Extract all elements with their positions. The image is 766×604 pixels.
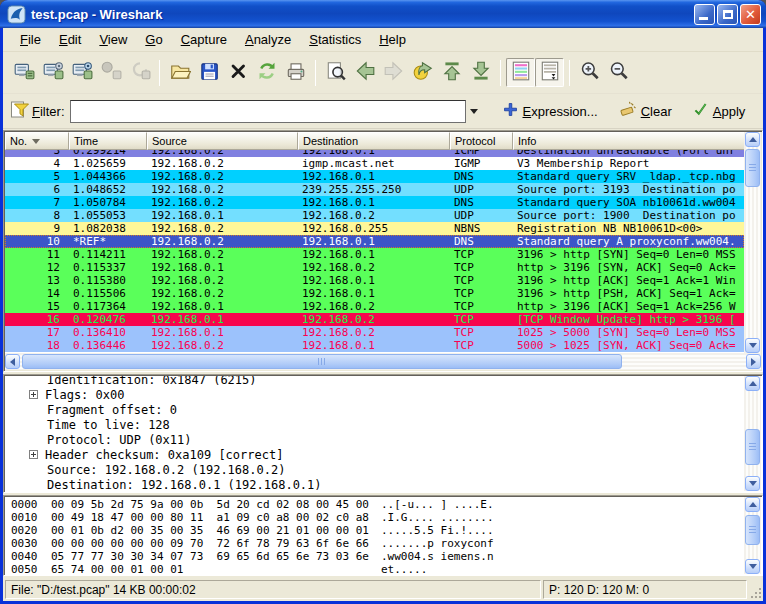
- column-header-info[interactable]: Info: [513, 132, 744, 150]
- packet-row-9[interactable]: 91.082038192.168.0.2192.168.0.255NBNSReg…: [5, 222, 744, 235]
- detail-row[interactable]: Header checksum: 0xa109 [correct]: [5, 447, 744, 462]
- scroll-up-button[interactable]: [745, 376, 760, 391]
- menu-edit[interactable]: Edit: [50, 29, 90, 50]
- menu-statistics[interactable]: Statistics: [300, 29, 370, 50]
- column-header-destination[interactable]: Destination: [298, 132, 450, 150]
- zoom-in-button[interactable]: [575, 58, 604, 87]
- packet-row-12[interactable]: 120.115337192.168.0.1192.168.0.2TCPhttp …: [5, 261, 744, 274]
- packet-row-14[interactable]: 140.115506192.168.0.2192.168.0.1TCP3196 …: [5, 287, 744, 300]
- packet-row-10[interactable]: 10*REF*192.168.0.2192.168.0.1DNSStandard…: [5, 235, 744, 248]
- go-to-top-button[interactable]: [437, 58, 466, 87]
- column-header-source[interactable]: Source: [147, 132, 298, 150]
- column-header-time[interactable]: Time: [69, 132, 147, 150]
- packet-row-7[interactable]: 71.050784192.168.0.2192.168.0.1DNSStanda…: [5, 196, 744, 209]
- menu-view[interactable]: View: [90, 29, 136, 50]
- menu-analyze[interactable]: Analyze: [236, 29, 300, 50]
- interface-list-button[interactable]: [9, 58, 38, 87]
- details-vscrollbar[interactable]: [744, 376, 761, 491]
- hex-row-0010[interactable]: 001000 49 18 47 00 00 80 11 a1 09 c0 a8 …: [11, 511, 744, 524]
- cell-source: 192.168.0.2: [147, 183, 298, 196]
- hex-row-0000[interactable]: 000000 09 5b 2d 75 9a 00 0b 5d 20 cd 02 …: [11, 498, 744, 511]
- resize-grip[interactable]: [749, 586, 762, 599]
- detail-row[interactable]: Flags: 0x00: [5, 387, 744, 402]
- detail-row[interactable]: Time to live: 128: [5, 417, 744, 432]
- detail-row[interactable]: Destination: 192.168.0.1 (192.168.0.1): [5, 477, 744, 491]
- detail-text: Protocol: UDP (0x11): [47, 433, 192, 447]
- scroll-down-button[interactable]: [745, 476, 760, 491]
- minimize-button[interactable]: [694, 4, 715, 25]
- auto-scroll-button[interactable]: [535, 58, 564, 87]
- filter-button[interactable]: Filter:: [7, 98, 68, 125]
- apply-button[interactable]: Apply: [692, 101, 746, 121]
- packet-row-3[interactable]: 30.299214192.168.0.2192.168.0.1ICMPDesti…: [5, 150, 744, 157]
- detail-row[interactable]: Protocol: UDP (0x11): [5, 432, 744, 447]
- detail-row[interactable]: Identification: 0x1847 (6215): [5, 376, 744, 387]
- go-to-bottom-button[interactable]: [466, 58, 495, 87]
- scroll-down-button[interactable]: [745, 559, 760, 574]
- cell-source: 192.168.0.1: [147, 261, 298, 274]
- print-button[interactable]: [281, 58, 310, 87]
- capture-options-button[interactable]: [38, 58, 67, 87]
- vscroll-thumb[interactable]: [745, 429, 760, 465]
- packet-row-18[interactable]: 180.136446192.168.0.2192.168.0.1TCP5000 …: [5, 339, 744, 352]
- scroll-down-button[interactable]: [745, 338, 760, 353]
- expander-plus-icon[interactable]: [29, 390, 38, 399]
- packet-row-5[interactable]: 51.044366192.168.0.2192.168.0.1DNSStanda…: [5, 170, 744, 183]
- go-forward-button: [379, 58, 408, 87]
- reload-button[interactable]: [252, 58, 281, 87]
- print-icon: [285, 60, 307, 86]
- packet-list-hscrollbar[interactable]: [5, 353, 761, 370]
- cell-destination: 192.168.0.1: [298, 248, 450, 261]
- close-button[interactable]: ✕: [740, 4, 761, 25]
- go-back-button[interactable]: [350, 58, 379, 87]
- packet-list-vscrollbar[interactable]: [744, 132, 761, 353]
- colorize-button[interactable]: [506, 58, 535, 87]
- filter-input[interactable]: [70, 100, 466, 123]
- column-header-protocol[interactable]: Protocol: [450, 132, 513, 150]
- menu-file[interactable]: File: [11, 29, 50, 50]
- close-file-button[interactable]: [223, 58, 252, 87]
- detail-row[interactable]: Source: 192.168.0.2 (192.168.0.2): [5, 462, 744, 477]
- packet-row-8[interactable]: 81.055053192.168.0.1192.168.0.2UDPSource…: [5, 209, 744, 222]
- vscroll-thumb[interactable]: [745, 149, 760, 187]
- packet-row-11[interactable]: 110.114211192.168.0.2192.168.0.1TCP3196 …: [5, 248, 744, 261]
- open-file-button[interactable]: [165, 58, 194, 87]
- cell-destination: 192.168.0.2: [298, 209, 450, 222]
- scroll-up-button[interactable]: [745, 132, 760, 147]
- maximize-button[interactable]: [717, 4, 738, 25]
- find-packet-button[interactable]: [321, 58, 350, 87]
- vscroll-thumb[interactable]: [745, 515, 760, 545]
- save-file-button[interactable]: [194, 58, 223, 87]
- menu-capture[interactable]: Capture: [172, 29, 236, 50]
- packet-row-17[interactable]: 170.136410192.168.0.1192.168.0.2TCP1025 …: [5, 326, 744, 339]
- hex-row-0020[interactable]: 002000 01 0b d2 00 35 00 35 46 69 00 21 …: [11, 524, 744, 537]
- clear-button[interactable]: Clear: [618, 100, 672, 122]
- hscroll-thumb[interactable]: [22, 354, 622, 369]
- titlebar[interactable]: test.pcap - Wireshark ✕: [0, 0, 766, 28]
- menu-go[interactable]: Go: [136, 29, 171, 50]
- hex-row-0050[interactable]: 005065 74 00 00 01 00 01et.....: [11, 563, 744, 574]
- column-header-no[interactable]: No.: [5, 132, 69, 150]
- packet-row-16[interactable]: 160.120476192.168.0.1192.168.0.2TCP[TCP …: [5, 313, 744, 326]
- zoom-out-button[interactable]: [604, 58, 633, 87]
- expander-plus-icon[interactable]: [29, 450, 38, 459]
- packet-row-6[interactable]: 61.048652192.168.0.2239.255.255.250UDPSo…: [5, 183, 744, 196]
- hex-row-0040[interactable]: 004005 77 77 30 30 34 07 73 69 65 6d 65 …: [11, 550, 744, 563]
- scroll-left-button[interactable]: [5, 354, 20, 369]
- packet-row-4[interactable]: 41.025659192.168.0.2igmp.mcast.netIGMPV3…: [5, 157, 744, 170]
- scroll-right-button[interactable]: [746, 354, 761, 369]
- packet-row-15[interactable]: 150.117364192.168.0.1192.168.0.2TCPhttp …: [5, 300, 744, 313]
- scroll-up-button[interactable]: [745, 497, 760, 512]
- expression-button[interactable]: Expression...: [502, 101, 598, 121]
- cell-no: 17: [5, 326, 69, 339]
- filter-dropdown-button[interactable]: [466, 100, 482, 123]
- menu-help[interactable]: Help: [370, 29, 415, 50]
- go-to-packet-button[interactable]: [408, 58, 437, 87]
- packet-row-13[interactable]: 130.115380192.168.0.2192.168.0.1TCP3196 …: [5, 274, 744, 287]
- cell-destination: 192.168.0.1: [298, 287, 450, 300]
- hex-vscrollbar[interactable]: [744, 497, 761, 574]
- capture-start-button[interactable]: [67, 58, 96, 87]
- detail-row[interactable]: Fragment offset: 0: [5, 402, 744, 417]
- cell-source: 192.168.0.2: [147, 222, 298, 235]
- hex-row-0030[interactable]: 003000 00 00 00 00 00 09 70 72 6f 78 79 …: [11, 537, 744, 550]
